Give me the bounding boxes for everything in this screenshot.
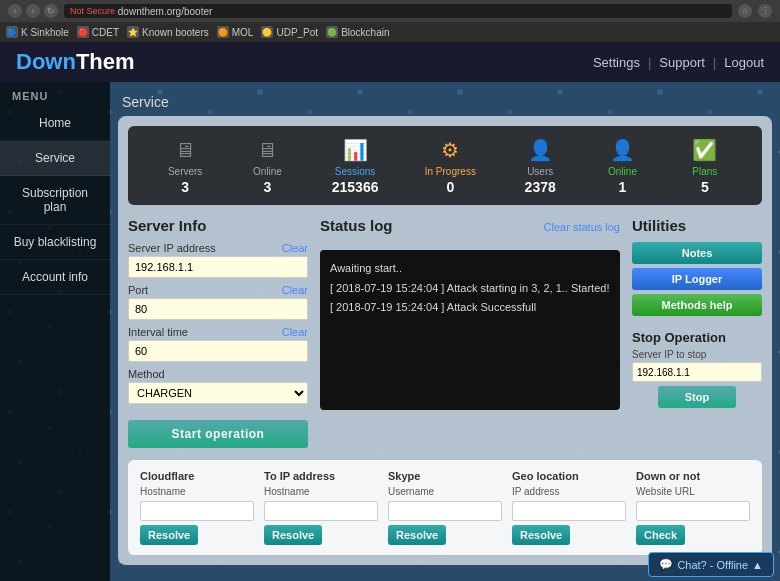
server-info-panel: Server Info Server IP address Clear Port [128, 217, 308, 448]
bookmark-known-booters[interactable]: ⭐ Known booters [127, 26, 209, 38]
chat-icon: 💬 [659, 558, 673, 571]
sidebar-item-blacklisting[interactable]: Buy blacklisting [0, 225, 110, 260]
bookmark-label: CDET [92, 27, 119, 38]
tool-geo-sublabel: IP address [512, 486, 626, 497]
bookmark-icon: ⭐ [127, 26, 139, 38]
online2-icon: 👤 [604, 136, 640, 164]
star-btn[interactable]: ☆ [738, 4, 752, 18]
stat-online: 🖥 Online 3 [249, 136, 285, 195]
servers-icon: 🖥 [167, 136, 203, 164]
stat-plans-value: 5 [701, 179, 709, 195]
chat-button[interactable]: 💬 Chat? - Offline ▲ [648, 552, 774, 577]
clear-status-log-link[interactable]: Clear status log [544, 221, 620, 233]
bookmark-icon: 🟡 [261, 26, 273, 38]
method-field-row: Method CHARGEN UDP TCP HTTP [128, 368, 308, 404]
nav-sep: | [648, 55, 651, 70]
logo-down: Down [16, 49, 76, 74]
inprogress-icon: ⚙ [432, 136, 468, 164]
notes-button[interactable]: Notes [632, 242, 762, 264]
tool-skype-input[interactable] [388, 501, 502, 521]
tool-to-ip-resolve-btn[interactable]: Resolve [264, 525, 322, 545]
back-btn[interactable]: ‹ [8, 4, 22, 18]
tool-cloudflare: Cloudflare Hostname Resolve [140, 470, 254, 545]
bookmark-blockchain[interactable]: 🟢 Blockchain [326, 26, 389, 38]
sidebar-item-service[interactable]: Service [0, 141, 110, 176]
port-input[interactable] [128, 298, 308, 320]
tool-to-ip: To IP address Hostname Resolve [264, 470, 378, 545]
bookmark-udp-pot[interactable]: 🟡 UDP_Pot [261, 26, 318, 38]
tool-down-check-btn[interactable]: Check [636, 525, 685, 545]
method-label: Method [128, 368, 165, 380]
ip-input[interactable] [128, 256, 308, 278]
app-wrapper: DownThem Settings | Support | Logout MEN… [0, 42, 780, 581]
stop-ip-input[interactable] [632, 362, 762, 382]
bookmark-label: Blockchain [341, 27, 389, 38]
port-field-row: Port Clear [128, 284, 308, 320]
plans-icon: ✅ [687, 136, 723, 164]
not-secure-label: Not Secure [70, 6, 115, 16]
tools-row: Cloudflare Hostname Resolve To IP addres… [128, 460, 762, 555]
log-line-2: [ 2018-07-19 15:24:04 ] Attack starting … [330, 280, 610, 298]
method-select[interactable]: CHARGEN UDP TCP HTTP [128, 382, 308, 404]
main-panel: Service 🖥 Servers 3 🖥 Online 3 📊 [110, 82, 780, 581]
tool-to-ip-input[interactable] [264, 501, 378, 521]
interval-clear-link[interactable]: Clear [282, 326, 308, 338]
ip-logger-button[interactable]: IP Logger [632, 268, 762, 290]
methods-help-button[interactable]: Methods help [632, 294, 762, 316]
stat-users: 👤 Users 2378 [522, 136, 558, 195]
menu-btn[interactable]: ⋮ [758, 4, 772, 18]
tool-cloudflare-input[interactable] [140, 501, 254, 521]
tool-cloudflare-sublabel: Hostname [140, 486, 254, 497]
bookmark-icon: 🟠 [217, 26, 229, 38]
tool-skype-title: Skype [388, 470, 502, 482]
sidebar-item-home[interactable]: Home [0, 106, 110, 141]
stop-operation-section: Stop Operation Server IP to stop Stop [632, 330, 762, 408]
tool-down-title: Down or not [636, 470, 750, 482]
logout-link[interactable]: Logout [724, 55, 764, 70]
method-field-header: Method [128, 368, 308, 380]
bookmark-k-sinkhole[interactable]: 🔵 K Sinkhole [6, 26, 69, 38]
tool-geo-input[interactable] [512, 501, 626, 521]
settings-link[interactable]: Settings [593, 55, 640, 70]
tool-skype-sublabel: Username [388, 486, 502, 497]
log-line-1: Awaiting start.. [330, 260, 610, 278]
start-operation-button[interactable]: Start operation [128, 420, 308, 448]
users-icon: 👤 [522, 136, 558, 164]
port-label: Port [128, 284, 148, 296]
log-box: Awaiting start.. [ 2018-07-19 15:24:04 ]… [320, 250, 620, 410]
stat-online-value: 3 [264, 179, 272, 195]
log-line-3: [ 2018-07-19 15:24:04 ] Attack Successfu… [330, 299, 610, 317]
sidebar-item-account[interactable]: Account info [0, 260, 110, 295]
sidebar-item-subscription[interactable]: Subscription plan [0, 176, 110, 225]
sessions-icon: 📊 [337, 136, 373, 164]
stop-button[interactable]: Stop [658, 386, 736, 408]
tool-down-input[interactable] [636, 501, 750, 521]
stat-online-label: Online [253, 166, 282, 177]
stat-inprogress: ⚙ In Progress 0 [425, 136, 476, 195]
nav-sep: | [713, 55, 716, 70]
stat-inprogress-label: In Progress [425, 166, 476, 177]
tool-cloudflare-resolve-btn[interactable]: Resolve [140, 525, 198, 545]
tool-to-ip-title: To IP address [264, 470, 378, 482]
tool-down-or-not: Down or not Website URL Check [636, 470, 750, 545]
port-clear-link[interactable]: Clear [282, 284, 308, 296]
bookmark-label: MOL [232, 27, 254, 38]
stat-sessions-value: 215366 [332, 179, 379, 195]
stop-ip-label: Server IP to stop [632, 349, 762, 360]
ip-clear-link[interactable]: Clear [282, 242, 308, 254]
tool-geo-title: Geo location [512, 470, 626, 482]
interval-input[interactable] [128, 340, 308, 362]
tool-geo-resolve-btn[interactable]: Resolve [512, 525, 570, 545]
forward-btn[interactable]: › [26, 4, 40, 18]
tool-skype-resolve-btn[interactable]: Resolve [388, 525, 446, 545]
reload-btn[interactable]: ↻ [44, 4, 58, 18]
support-link[interactable]: Support [659, 55, 705, 70]
status-log-title: Status log [320, 217, 393, 234]
stat-servers: 🖥 Servers 3 [167, 136, 203, 195]
bookmark-mol[interactable]: 🟠 MOL [217, 26, 254, 38]
bookmark-cdet[interactable]: 🔴 CDET [77, 26, 119, 38]
page-title: Service [122, 90, 772, 116]
ip-field-row: Server IP address Clear [128, 242, 308, 278]
stat-plans-label: Plans [692, 166, 717, 177]
address-bar[interactable]: Not Secure downthem.org/booter [64, 4, 732, 18]
